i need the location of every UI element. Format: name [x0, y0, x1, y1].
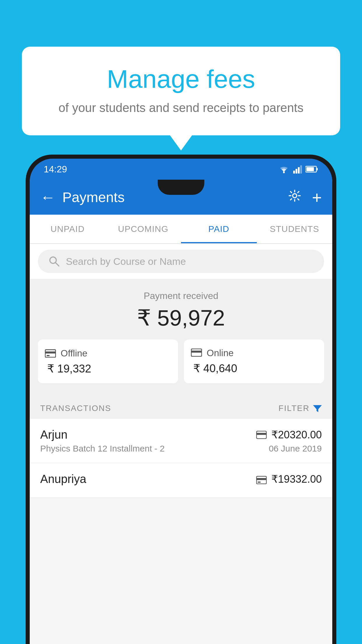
svg-point-0 [283, 172, 285, 173]
offline-card: Offline ₹ 19,332 [38, 340, 178, 383]
speech-bubble-container: Manage fees of your students and send re… [22, 47, 340, 135]
search-container: Search by Course or Name [30, 244, 332, 279]
transaction-date-arjun: 06 June 2019 [269, 444, 322, 454]
settings-icon[interactable] [288, 189, 301, 206]
svg-rect-15 [191, 351, 202, 353]
svg-point-8 [293, 194, 297, 198]
svg-rect-7 [306, 167, 314, 171]
app-bar-actions: + [288, 188, 322, 207]
search-input[interactable]: Search by Course or Name [66, 256, 186, 267]
transaction-name-arjun: Arjun [40, 428, 67, 441]
filter-icon [313, 404, 322, 413]
app-content: ← Payments + UNPAID [30, 180, 332, 644]
payment-cards: Offline ₹ 19,332 [30, 340, 332, 383]
svg-rect-20 [256, 478, 266, 480]
transaction-course-arjun: Physics Batch 12 Installment - 2 [40, 444, 165, 454]
search-icon [48, 256, 60, 267]
signal-icon [293, 165, 302, 174]
phone-inner: 14:29 [30, 159, 332, 644]
offline-payment-icon [256, 474, 267, 484]
transaction-top-arjun: Arjun ₹20320.00 [40, 428, 322, 441]
svg-rect-12 [45, 351, 56, 354]
transaction-amount-arjun: ₹20320.00 [271, 429, 322, 441]
online-amount: ₹ 40,640 [191, 362, 237, 375]
transaction-amount-container-arjun: ₹20320.00 [256, 429, 322, 441]
speech-bubble: Manage fees of your students and send re… [22, 47, 340, 135]
tab-students[interactable]: STUDENTS [257, 215, 333, 243]
transaction-amount-anupriya: ₹19332.00 [271, 473, 322, 485]
phone-frame: 14:29 [26, 155, 336, 644]
payment-total-amount: ₹ 59,972 [30, 305, 332, 331]
svg-rect-1 [293, 171, 295, 174]
svg-rect-6 [317, 168, 318, 170]
tab-upcoming[interactable]: UPCOMING [106, 215, 181, 243]
svg-rect-3 [298, 167, 300, 174]
notch [158, 180, 204, 195]
svg-rect-13 [47, 355, 50, 356]
online-payment-icon [256, 431, 267, 439]
online-icon [191, 349, 202, 358]
transaction-bottom-arjun: Physics Batch 12 Installment - 2 06 June… [40, 444, 322, 454]
bubble-subtitle: of your students and send receipts to pa… [45, 101, 317, 115]
table-row: Arjun ₹20320.00 Physics Batch 12 Install… [30, 419, 332, 463]
status-icons [278, 165, 318, 174]
offline-label: Offline [61, 348, 87, 359]
tabs: UNPAID UPCOMING PAID STUDENTS [30, 215, 332, 244]
payment-received-label: Payment received [30, 290, 332, 301]
svg-marker-16 [313, 405, 322, 412]
add-icon[interactable]: + [312, 188, 322, 207]
table-row: Anupriya ₹19332.00 [30, 463, 332, 498]
transactions-label: TRANSACTIONS [40, 404, 111, 413]
search-bar[interactable]: Search by Course or Name [38, 250, 324, 273]
payment-summary: Payment received ₹ 59,972 [30, 279, 332, 395]
back-button[interactable]: ← [40, 188, 55, 206]
filter-label: FILTER [279, 404, 310, 413]
filter-button[interactable]: FILTER [279, 404, 322, 413]
svg-line-10 [55, 262, 59, 266]
online-card-header: Online [191, 348, 234, 358]
battery-icon [305, 166, 318, 173]
tab-paid[interactable]: PAID [181, 215, 257, 243]
online-label: Online [207, 348, 234, 358]
transaction-name-anupriya: Anupriya [40, 473, 86, 486]
bubble-title: Manage fees [45, 64, 317, 94]
status-time: 14:29 [44, 164, 67, 175]
svg-rect-18 [256, 433, 266, 435]
offline-amount: ₹ 19,332 [45, 362, 91, 375]
offline-card-header: Offline [45, 348, 87, 359]
transaction-top-anupriya: Anupriya ₹19332.00 [40, 473, 322, 486]
wifi-icon [278, 165, 290, 174]
status-bar: 14:29 [30, 159, 332, 180]
transactions-list: Arjun ₹20320.00 Physics Batch 12 Install… [30, 419, 332, 498]
tab-unpaid[interactable]: UNPAID [30, 215, 106, 243]
svg-rect-4 [300, 165, 302, 174]
transaction-amount-container-anupriya: ₹19332.00 [256, 473, 322, 485]
svg-rect-21 [258, 482, 261, 483]
svg-rect-2 [296, 169, 297, 174]
online-card: Online ₹ 40,640 [184, 340, 324, 383]
offline-icon [45, 348, 56, 359]
transactions-header: TRANSACTIONS FILTER [30, 395, 332, 419]
